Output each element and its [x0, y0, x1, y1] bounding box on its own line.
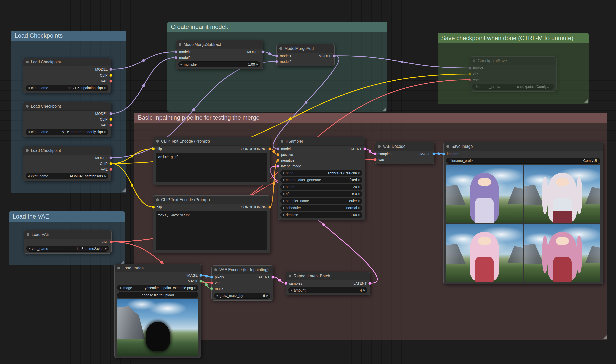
- node-load-vae[interactable]: Load VAE VAE ◀ vae_name kl-f8-anime2.ckp…: [24, 230, 112, 254]
- node-clip-text-encode-negative[interactable]: CLIP Text Encode (Prompt) clip CONDITION…: [153, 195, 270, 253]
- node-load-checkpoint-3[interactable]: Load Checkpoint MODEL CLIP VAE ◀ ckpt_na…: [23, 146, 111, 181]
- input-dot-conditioning[interactable]: [276, 159, 279, 162]
- arrow-right-icon[interactable]: ▶: [363, 289, 365, 292]
- output-dot-clip[interactable]: [109, 162, 112, 165]
- node-titlebar[interactable]: KSampler: [278, 137, 365, 146]
- collapse-dot-icon[interactable]: [214, 268, 217, 271]
- node-titlebar[interactable]: Load Checkpoint: [23, 102, 111, 111]
- input-dot-clip[interactable]: [152, 147, 155, 150]
- node-load-checkpoint-2[interactable]: Load Checkpoint MODEL CLIP VAE ◀ ckpt_na…: [23, 102, 111, 137]
- input-dot-model[interactable]: [174, 50, 177, 53]
- input-dot-mask[interactable]: [210, 287, 213, 290]
- arrow-right-icon[interactable]: ▶: [358, 207, 360, 209]
- collapse-dot-icon[interactable]: [446, 145, 449, 148]
- input-dot-model[interactable]: [275, 60, 278, 63]
- input-dot-latent[interactable]: [276, 165, 279, 168]
- collapse-dot-icon[interactable]: [473, 59, 475, 62]
- node-titlebar[interactable]: Repeat Latent Batch: [286, 272, 370, 280]
- output-dot-clip[interactable]: [109, 118, 112, 121]
- arrow-left-icon[interactable]: ◀: [282, 186, 284, 188]
- arrow-left-icon[interactable]: ◀: [28, 175, 30, 177]
- collapse-dot-icon[interactable]: [289, 275, 291, 277]
- output-dot-clip[interactable]: [109, 74, 112, 77]
- node-titlebar[interactable]: CLIP Text Encode (Prompt): [153, 137, 270, 146]
- widget-amount[interactable]: ◀ amount 4 ▶: [288, 287, 367, 293]
- input-dot-latent[interactable]: [284, 282, 287, 285]
- node-titlebar[interactable]: Load Checkpoint: [23, 58, 111, 66]
- prompt-textarea[interactable]: anime girl: [156, 153, 267, 182]
- prompt-textarea[interactable]: text, watermark: [156, 211, 267, 250]
- input-dot-model[interactable]: [276, 147, 279, 150]
- node-titlebar[interactable]: Load VAE: [24, 230, 111, 239]
- collapse-dot-icon[interactable]: [26, 61, 29, 63]
- arrow-right-icon[interactable]: ▶: [358, 179, 360, 181]
- group-header[interactable]: Create inpaint model.: [167, 22, 387, 32]
- generated-image-3[interactable]: [446, 224, 523, 282]
- widget-control-after-generate[interactable]: ◀ control_after_generate fixed ▶: [280, 177, 362, 183]
- output-dot-latent[interactable]: [368, 282, 371, 285]
- choose-file-button[interactable]: choose file to upload: [117, 292, 198, 298]
- arrow-left-icon[interactable]: ◀: [290, 289, 292, 292]
- input-dot-model[interactable]: [174, 56, 177, 59]
- output-dot-vae[interactable]: [109, 168, 112, 171]
- collapse-dot-icon[interactable]: [156, 198, 159, 201]
- arrow-left-icon[interactable]: ◀: [282, 172, 284, 174]
- input-dot-clip[interactable]: [152, 206, 155, 209]
- widget-denoise[interactable]: ◀ denoise 1.00 ▶: [280, 212, 362, 218]
- node-repeat-latent-batch[interactable]: Repeat Latent Batch samples LATENT ◀ amo…: [286, 272, 370, 295]
- arrow-left-icon[interactable]: ◀: [282, 179, 284, 181]
- output-dot-conditioning[interactable]: [268, 206, 271, 209]
- arrow-left-icon[interactable]: ◀: [119, 287, 121, 289]
- collapse-dot-icon[interactable]: [27, 233, 29, 236]
- widget-grow-mask-by[interactable]: ◀ grow_mask_by 6 ▶: [214, 293, 270, 299]
- arrow-right-icon[interactable]: ▶: [105, 247, 107, 250]
- node-vae-decode[interactable]: VAE Decode samples IMAGE vae: [375, 142, 434, 164]
- arrow-left-icon[interactable]: ◀: [282, 193, 284, 195]
- widget-ckpt-name[interactable]: ◀ ckpt_name sd-v1-5-inpainting.ckpt ▶: [26, 85, 108, 91]
- arrow-left-icon[interactable]: ◀: [282, 200, 284, 202]
- output-dot-conditioning[interactable]: [268, 147, 271, 150]
- generated-image-1[interactable]: [446, 165, 523, 223]
- widget-scheduler[interactable]: ◀ scheduler normal ▶: [280, 205, 362, 211]
- node-vae-encode-inpainting[interactable]: VAE Encode (for Inpainting) pixels LATEN…: [211, 265, 273, 301]
- input-dot-vae[interactable]: [468, 78, 471, 81]
- collapse-dot-icon[interactable]: [279, 47, 282, 50]
- collapse-dot-icon[interactable]: [156, 140, 159, 143]
- output-dot-mask[interactable]: [199, 280, 202, 283]
- node-titlebar[interactable]: Load Image: [115, 264, 201, 272]
- output-dot-vae[interactable]: [109, 124, 112, 127]
- input-dot-model[interactable]: [275, 54, 278, 57]
- input-dot-vae[interactable]: [374, 158, 377, 161]
- collapse-dot-icon[interactable]: [281, 140, 283, 143]
- arrow-right-icon[interactable]: ▶: [194, 287, 196, 289]
- widget-filename-prefix[interactable]: filename_prefix checkpoints/ComfyUI: [472, 84, 554, 90]
- arrow-right-icon[interactable]: ▶: [358, 200, 360, 202]
- node-titlebar[interactable]: CLIP Text Encode (Prompt): [153, 196, 270, 204]
- output-dot-latent[interactable]: [363, 147, 366, 150]
- node-titlebar[interactable]: ModelMergeSubtract: [176, 40, 263, 49]
- collapse-dot-icon[interactable]: [26, 149, 29, 152]
- group-header[interactable]: Load the VAE: [9, 211, 125, 222]
- generated-image-2[interactable]: [524, 165, 600, 223]
- widget-multiplier[interactable]: ◀ multiplier 1.00 ▶: [178, 61, 260, 67]
- arrow-right-icon[interactable]: ▶: [256, 63, 258, 66]
- image-preview[interactable]: [117, 299, 198, 356]
- node-titlebar[interactable]: ModelMergeAdd: [277, 44, 334, 53]
- node-titlebar[interactable]: CheckpointSave: [470, 57, 556, 65]
- input-dot-vae[interactable]: [210, 281, 213, 284]
- arrow-right-icon[interactable]: ▶: [104, 175, 106, 177]
- arrow-right-icon[interactable]: ▶: [358, 172, 360, 174]
- node-graph-canvas[interactable]: Load Checkpoints Create inpaint model. S…: [0, 0, 616, 364]
- widget-steps[interactable]: ◀ steps 20 ▶: [280, 184, 362, 190]
- node-titlebar[interactable]: VAE Decode: [375, 142, 434, 151]
- node-model-merge-subtract[interactable]: ModelMergeSubtract model1 MODEL model2 ◀…: [176, 40, 263, 69]
- arrow-left-icon[interactable]: ◀: [282, 214, 284, 216]
- node-titlebar[interactable]: VAE Encode (for Inpainting): [212, 266, 273, 274]
- arrow-right-icon[interactable]: ▶: [358, 214, 360, 216]
- generated-image-4[interactable]: [524, 224, 600, 282]
- group-resize-handle[interactable]: [584, 99, 588, 103]
- node-titlebar[interactable]: Save Image: [444, 142, 603, 151]
- arrow-left-icon[interactable]: ◀: [180, 63, 182, 66]
- arrow-left-icon[interactable]: ◀: [28, 131, 30, 133]
- node-save-image[interactable]: Save Image images filename_prefix ComfyU…: [443, 142, 603, 284]
